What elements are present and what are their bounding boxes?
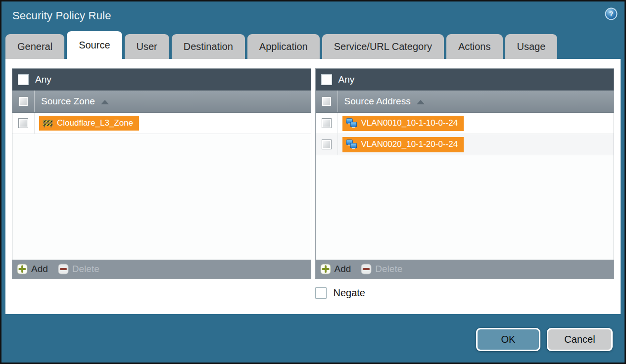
dialog-title: Security Policy Rule [12,9,111,22]
source-address-footer: Add Delete [316,260,614,278]
security-policy-rule-dialog: Security Policy Rule ? General Source Us… [0,0,626,364]
source-address-value-tag[interactable]: VLAN0010_10-1-10-0--24 [342,116,464,131]
source-address-select-all-checkbox[interactable] [322,96,332,106]
source-address-value: VLAN0010_10-1-10-0--24 [361,118,458,128]
source-address-row[interactable]: VLAN0020_10-1-20-0--24 [316,134,614,155]
source-zone-delete-button[interactable]: Delete [58,264,99,274]
source-address-header-checkbox-cell [316,91,338,112]
source-address-delete-button[interactable]: Delete [361,264,402,274]
source-zone-column-label: Source Zone [35,96,95,107]
add-label: Add [335,264,351,274]
source-zone-panel: Any Source Zone [12,68,311,279]
svg-text:?: ? [609,10,614,18]
network-icon [346,118,357,129]
add-icon [17,264,28,274]
source-address-value: VLAN0020_10-1-20-0--24 [361,139,458,149]
negate-strip: Negate [5,279,621,299]
source-zone-value: Cloudflare_L3_Zone [57,118,133,128]
source-address-any-checkbox[interactable] [321,74,332,85]
source-address-any-label: Any [338,74,355,85]
source-zone-column-header[interactable]: Source Zone [12,91,311,113]
tab-user[interactable]: User [125,34,169,59]
source-address-panel: Any Source Address [315,68,615,279]
source-zone-list: Cloudflare_L3_Zone [12,113,311,260]
source-address-row-checkbox[interactable] [322,118,332,128]
negate-label: Negate [334,287,366,299]
ok-button[interactable]: OK [476,328,540,351]
source-address-column-label: Source Address [338,96,411,107]
source-address-column-header[interactable]: Source Address [316,91,614,113]
source-zone-row-checkbox[interactable] [18,118,28,128]
source-address-row-checkbox[interactable] [322,139,332,149]
source-address-list: VLAN0010_10-1-10-0--24 [316,113,614,260]
cancel-button[interactable]: Cancel [547,328,613,351]
negate-checkbox[interactable] [315,287,327,299]
source-address-row[interactable]: VLAN0010_10-1-10-0--24 [316,113,614,134]
add-icon [320,264,331,274]
tab-application[interactable]: Application [247,34,320,59]
tab-general[interactable]: General [5,34,64,59]
source-address-add-button[interactable]: Add [320,264,351,274]
zone-icon [43,119,53,128]
titlebar: Security Policy Rule ? [1,1,625,32]
source-zone-add-button[interactable]: Add [17,264,48,274]
panels-row: Any Source Zone [5,59,621,279]
delete-label: Delete [375,264,402,274]
tab-usage[interactable]: Usage [505,34,558,59]
sort-ascending-icon [417,100,425,104]
delete-icon [361,264,372,274]
tab-bar: General Source User Destination Applicat… [1,32,625,59]
source-zone-any-label: Any [35,74,51,85]
tab-service-url-category[interactable]: Service/URL Category [322,34,444,59]
sort-ascending-icon [101,100,109,104]
negate-option[interactable]: Negate [315,287,615,299]
source-zone-footer: Add Delete [12,260,311,278]
dialog-actions: OK Cancel [476,328,613,351]
delete-label: Delete [72,264,99,274]
tab-destination[interactable]: Destination [172,34,245,59]
help-icon[interactable]: ? [605,7,618,20]
source-zone-any-row: Any [12,69,311,91]
tab-actions[interactable]: Actions [446,34,503,59]
row-checkbox-cell [12,113,35,134]
row-checkbox-cell [316,134,338,155]
negate-spacer [12,287,311,299]
tab-content-source: Any Source Zone [5,59,621,314]
source-zone-value-tag[interactable]: Cloudflare_L3_Zone [39,116,139,131]
tab-source[interactable]: Source [67,31,122,59]
source-zone-select-all-checkbox[interactable] [18,96,28,106]
source-address-any-row: Any [316,69,614,91]
source-zone-row[interactable]: Cloudflare_L3_Zone [12,113,311,134]
negate-container: Negate [315,287,615,299]
source-zone-header-checkbox-cell [12,91,35,112]
network-icon [346,139,357,150]
add-label: Add [31,264,48,274]
row-checkbox-cell [316,113,338,134]
delete-icon [58,264,69,274]
source-address-value-tag[interactable]: VLAN0020_10-1-20-0--24 [342,137,464,152]
source-zone-any-checkbox[interactable] [18,74,29,85]
